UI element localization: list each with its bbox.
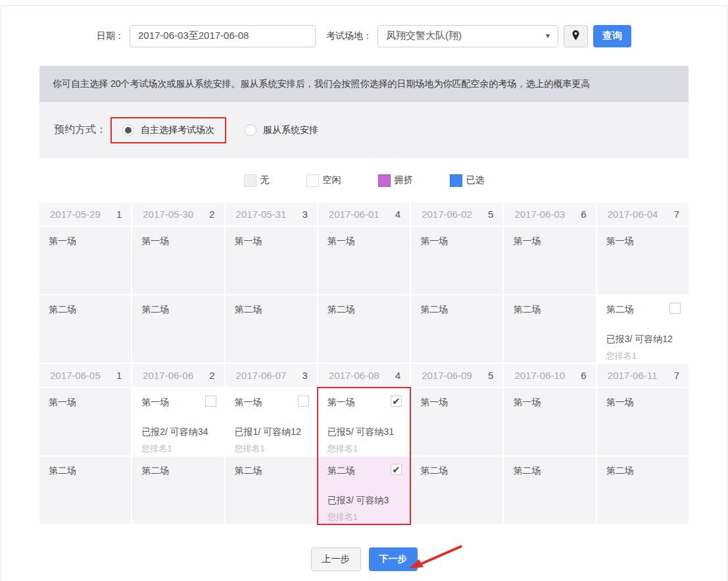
session-cell[interactable]: 第一场 <box>504 388 595 455</box>
session-checkbox[interactable] <box>298 395 309 407</box>
session-rank: 您排名1 <box>328 511 402 523</box>
session-cell[interactable]: 第二场 <box>39 295 131 363</box>
session-cell[interactable]: 第一场已报2/ 可容纳34您排名1 <box>132 388 224 455</box>
session-cell[interactable]: 第一场 <box>597 227 689 294</box>
calendar-day: 2017-06-073第一场已报1/ 可容纳12您排名1第二场 <box>226 364 317 524</box>
legend-label: 无 <box>260 174 270 186</box>
day-sessions: 第一场已报1/ 可容纳12您排名1第二场 <box>226 388 317 524</box>
session-checkbox[interactable]: ✔ <box>391 464 402 475</box>
session-cell[interactable]: 第一场 <box>411 227 502 294</box>
location-button[interactable] <box>564 25 588 47</box>
wizard-footer: 上一步 下一步 <box>1 547 727 571</box>
session-cell[interactable]: 第一场 <box>504 227 595 294</box>
session-name: 第二场 <box>49 465 123 477</box>
day-header: 2017-06-084 <box>318 364 410 387</box>
session-cell[interactable]: 第二场 <box>504 457 595 524</box>
session-name: 第一场 <box>328 236 402 247</box>
date-range-input[interactable] <box>130 25 316 47</box>
session-name: 第二场 <box>513 304 587 316</box>
calendar-day: 2017-06-047第一场第二场已报3/ 可容纳12您排名1 <box>597 203 689 363</box>
calendar-day: 2017-06-095第一场第二场 <box>411 364 502 524</box>
day-header: 2017-06-106 <box>504 364 595 387</box>
day-date: 2017-06-05 <box>50 364 101 387</box>
next-step-button[interactable]: 下一步 <box>369 547 418 571</box>
session-checkbox[interactable] <box>205 395 216 407</box>
day-date: 2017-05-31 <box>236 203 287 226</box>
session-cell[interactable]: 第二场 <box>226 457 317 524</box>
calendar-day: 2017-06-014第一场第二场 <box>318 203 410 363</box>
session-cell[interactable]: 第二场 <box>504 295 595 363</box>
day-sessions: 第一场第二场 <box>504 388 595 524</box>
session-cell[interactable]: 第二场 <box>132 457 224 524</box>
session-cell[interactable]: 第二场 <box>318 295 410 363</box>
session-cell[interactable]: 第一场 <box>39 227 131 294</box>
session-cell[interactable]: 第一场 <box>411 388 502 455</box>
session-name: 第二场 <box>235 304 309 316</box>
day-date: 2017-06-09 <box>422 364 472 387</box>
calendar-day: 2017-05-291第一场第二场 <box>39 203 131 363</box>
legend-item: 无 <box>244 174 270 187</box>
session-name: 第二场 <box>49 304 123 316</box>
day-header: 2017-05-313 <box>226 203 317 226</box>
venue-select-value: 凤翔交警大队(翔) <box>386 30 462 42</box>
session-name: 第二场 <box>235 465 309 477</box>
legend-label: 已选 <box>466 174 485 186</box>
booking-option-0[interactable]: 自主选择考试场次 <box>110 117 226 143</box>
day-date: 2017-06-03 <box>514 203 565 226</box>
booking-option-label: 服从系统安排 <box>263 124 318 136</box>
radio-icon[interactable] <box>245 124 256 136</box>
calendar-week: 2017-05-291第一场第二场2017-05-302第一场第二场2017-0… <box>39 203 689 363</box>
session-cell[interactable]: 第一场 <box>597 388 689 455</box>
query-button[interactable]: 查询 <box>593 25 631 47</box>
session-name: 第二场 <box>141 465 216 477</box>
day-header: 2017-06-095 <box>411 364 502 387</box>
booking-option-label: 自主选择考试场次 <box>141 124 214 136</box>
session-checkbox[interactable] <box>669 303 681 314</box>
session-rank: 您排名1 <box>606 350 681 362</box>
session-name: 第一场 <box>420 236 495 247</box>
session-rank: 您排名1 <box>141 443 216 455</box>
session-name: 第二场 <box>141 304 216 316</box>
search-form: 日期： 考试场地： 凤翔交警大队(翔) ▼ 查询 <box>1 6 727 66</box>
day-date: 2017-06-07 <box>236 364 287 387</box>
calendar-day: 2017-06-025第一场第二场 <box>411 203 502 363</box>
legend-swatch <box>244 174 256 187</box>
venue-select[interactable]: 凤翔交警大队(翔) ▼ <box>377 25 558 47</box>
session-cell[interactable]: 第一场已报1/ 可容纳12您排名1 <box>226 388 317 455</box>
day-date: 2017-06-10 <box>514 364 565 387</box>
calendar-day: 2017-06-051第一场第二场 <box>39 364 131 524</box>
session-name: 第二场 <box>420 465 495 477</box>
session-cell[interactable]: 第一场 <box>132 227 224 294</box>
session-capacity: 已报3/ 可容纳12 <box>606 334 681 345</box>
radio-icon[interactable] <box>122 124 134 136</box>
day-header: 2017-06-051 <box>39 364 131 387</box>
day-weekday: 4 <box>395 364 400 387</box>
venue-label: 考试场地： <box>326 30 372 42</box>
session-cell[interactable]: 第二场 <box>226 295 317 363</box>
calendar-day: 2017-06-084第一场✔已报5/ 可容纳31您排名1第二场✔已报3/ 可容… <box>318 364 410 524</box>
legend-swatch <box>450 174 462 187</box>
day-weekday: 2 <box>209 364 214 387</box>
session-cell[interactable]: 第二场已报3/ 可容纳12您排名1 <box>597 295 689 363</box>
day-weekday: 2 <box>209 203 214 226</box>
day-weekday: 5 <box>488 364 493 387</box>
booking-option-1[interactable]: 服从系统安排 <box>233 117 330 143</box>
session-cell[interactable]: 第一场 <box>318 227 410 294</box>
session-cell[interactable]: 第二场 <box>597 457 689 524</box>
session-name: 第一场 <box>513 397 587 409</box>
session-cell[interactable]: 第一场✔已报5/ 可容纳31您排名1 <box>318 388 410 455</box>
session-cell[interactable]: 第一场 <box>226 227 317 294</box>
day-date: 2017-06-06 <box>143 364 193 387</box>
session-cell[interactable]: 第二场 <box>411 457 502 524</box>
prev-step-button[interactable]: 上一步 <box>311 547 361 571</box>
session-cell[interactable]: 第一场 <box>39 388 131 455</box>
booking-method-label: 预约方式： <box>54 123 107 137</box>
session-cell[interactable]: 第二场✔已报3/ 可容纳3您排名1 <box>318 457 410 524</box>
day-weekday: 7 <box>674 364 679 387</box>
session-cell[interactable]: 第二场 <box>39 457 131 524</box>
session-checkbox[interactable]: ✔ <box>391 395 402 407</box>
session-cell[interactable]: 第二场 <box>132 295 224 363</box>
calendar-day: 2017-05-302第一场第二场 <box>132 203 224 363</box>
session-cell[interactable]: 第二场 <box>411 295 502 363</box>
session-name: 第一场 <box>49 397 123 409</box>
